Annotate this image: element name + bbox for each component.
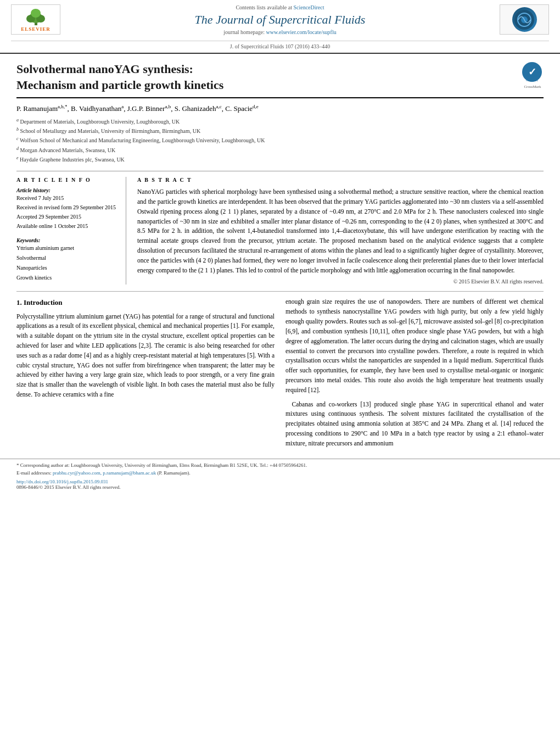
section-divider [16,291,544,292]
intro-para-2: enough grain size requires the use of na… [285,297,544,395]
affiliation-sup-ac: a,c [216,104,221,109]
history-label: Article history: [16,187,118,193]
available-date: Available online 1 October 2015 [16,221,118,231]
elsevier-brand-text: ELSEVIER [21,26,51,32]
doi-line: http://dx.doi.org/10.1016/j.supflu.2015.… [16,479,544,484]
accepted-date: Accepted 29 September 2015 [16,212,118,221]
svg-text:✓: ✓ [528,66,536,77]
affiliation-a: a Department of Materials, Loughborough … [16,117,544,126]
authors-line: P. Ramanujama,b,*, B. Vaidhyanathana, J.… [16,104,544,113]
journal-url[interactable]: www.elsevier.com/locate/supflu [266,29,337,35]
intro-para-1: Polycrystalline yttrium aluminium garnet… [16,312,275,400]
revised-date: Received in revised form 29 September 20… [16,203,118,212]
journal-logo-circle [512,7,537,32]
affiliation-sup-de: d,e [253,104,259,109]
abstract-text: NanoYAG particles with spherical morphol… [137,187,544,275]
received-date: Received 7 July 2015 [16,193,118,203]
intro-para-3: Cabanas and co-workers [13] produced sin… [285,400,544,449]
doi-link[interactable]: http://dx.doi.org/10.1016/j.supflu.2015.… [16,479,108,484]
affiliation-b: b School of Metallurgy and Materials, Un… [16,126,544,136]
keyword-3: Nanoparticles [16,263,118,273]
article-history: Article history: Received 7 July 2015 Re… [16,187,118,231]
keyword-2: Solvothermal [16,253,118,263]
title-section: Solvothermal nanoYAG synthesis: Mechanis… [16,62,544,98]
page-header: ELSEVIER Contents lists available at Sci… [0,0,560,54]
crossmark-badge[interactable]: ✓ CrossMark CrossMark [522,62,544,83]
intro-heading: 1. Introduction [16,297,275,308]
article-reference-line: J. of Supercritical Fluids 107 (2016) 43… [11,41,549,53]
keyword-1: Yttrium aluminium garnet [16,243,118,253]
svg-point-4 [31,9,41,18]
affiliation-d: d Morgan Advanced Materials, Swansea, UK [16,146,544,155]
elsevier-logo: ELSEVIER [11,4,60,35]
issn-line: 0896-8446/© 2015 Elsevier B.V. All right… [16,484,544,490]
affiliations-block: a Department of Materials, Loughborough … [16,117,544,165]
body-column-right: enough grain size requires the use of na… [285,297,544,453]
abstract-column: A B S T R A C T NanoYAG particles with s… [137,177,544,284]
journal-homepage: journal homepage: www.elsevier.com/locat… [71,29,489,35]
journal-title: The Journal of Supercritical Fluids [71,13,489,27]
sciencedirect-link[interactable]: ScienceDirect [293,4,324,10]
footnote-corresponding: * Corresponding author at: Loughborough … [16,462,544,468]
article-title: Solvothermal nanoYAG synthesis: Mechanis… [16,62,511,93]
introduction-section: 1. Introduction Polycrystalline yttrium … [16,297,544,453]
article-info-label: A R T I C L E I N F O [16,177,118,183]
email-link[interactable]: prabhu.cyr@yahoo.com, p.ramanujam@bham.a… [53,470,156,476]
body-column-left: 1. Introduction Polycrystalline yttrium … [16,297,275,453]
main-content: Solvothermal nanoYAG synthesis: Mechanis… [0,54,560,459]
page-footer: * Corresponding author at: Loughborough … [0,459,560,495]
affiliation-sup-a: a,b,* [58,104,68,109]
svg-text:CrossMark: CrossMark [526,79,539,82]
keywords-section: Keywords: Yttrium aluminium garnet Solvo… [16,237,118,283]
article-info-abstract-section: A R T I C L E I N F O Article history: R… [16,171,544,284]
journal-header-center: Contents lists available at ScienceDirec… [60,4,500,35]
article-info-column: A R T I C L E I N F O Article history: R… [16,177,126,284]
footnote-email: E-mail addresses: prabhu.cyr@yahoo.com, … [16,470,544,476]
affiliation-c: c Wolfson School of Mechanical and Manuf… [16,136,544,145]
contents-line: Contents lists available at ScienceDirec… [71,4,489,10]
journal-logo [500,4,549,35]
affiliation-e: e Haydale Graphene Industries plc, Swans… [16,155,544,164]
crossmark-label: CrossMark [522,85,544,89]
keyword-4: Growth kinetics [16,273,118,283]
copyright-line: © 2015 Elsevier B.V. All rights reserved… [137,278,544,284]
keywords-label: Keywords: [16,237,118,243]
abstract-label: A B S T R A C T [137,177,544,183]
affiliation-sup-ab: a,b [165,104,171,109]
